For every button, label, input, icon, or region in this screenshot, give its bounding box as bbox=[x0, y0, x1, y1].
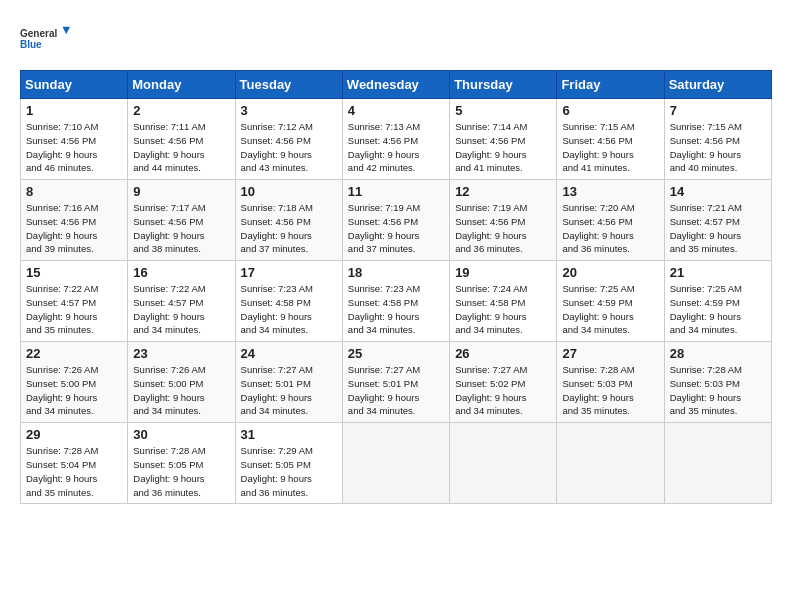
day-number: 13 bbox=[562, 184, 658, 199]
day-number: 26 bbox=[455, 346, 551, 361]
day-info: Sunrise: 7:18 AM Sunset: 4:56 PM Dayligh… bbox=[241, 201, 337, 256]
day-number: 1 bbox=[26, 103, 122, 118]
day-info: Sunrise: 7:23 AM Sunset: 4:58 PM Dayligh… bbox=[241, 282, 337, 337]
day-info: Sunrise: 7:26 AM Sunset: 5:00 PM Dayligh… bbox=[26, 363, 122, 418]
day-number: 4 bbox=[348, 103, 444, 118]
day-info: Sunrise: 7:17 AM Sunset: 4:56 PM Dayligh… bbox=[133, 201, 229, 256]
day-number: 5 bbox=[455, 103, 551, 118]
week-row-5: 29Sunrise: 7:28 AM Sunset: 5:04 PM Dayli… bbox=[21, 423, 772, 504]
day-number: 12 bbox=[455, 184, 551, 199]
calendar-cell: 24Sunrise: 7:27 AM Sunset: 5:01 PM Dayli… bbox=[235, 342, 342, 423]
col-friday: Friday bbox=[557, 71, 664, 99]
day-info: Sunrise: 7:10 AM Sunset: 4:56 PM Dayligh… bbox=[26, 120, 122, 175]
calendar-cell: 7Sunrise: 7:15 AM Sunset: 4:56 PM Daylig… bbox=[664, 99, 771, 180]
day-info: Sunrise: 7:15 AM Sunset: 4:56 PM Dayligh… bbox=[562, 120, 658, 175]
day-info: Sunrise: 7:25 AM Sunset: 4:59 PM Dayligh… bbox=[562, 282, 658, 337]
day-info: Sunrise: 7:13 AM Sunset: 4:56 PM Dayligh… bbox=[348, 120, 444, 175]
day-number: 28 bbox=[670, 346, 766, 361]
day-number: 3 bbox=[241, 103, 337, 118]
week-row-4: 22Sunrise: 7:26 AM Sunset: 5:00 PM Dayli… bbox=[21, 342, 772, 423]
day-number: 19 bbox=[455, 265, 551, 280]
day-number: 10 bbox=[241, 184, 337, 199]
day-number: 11 bbox=[348, 184, 444, 199]
day-number: 24 bbox=[241, 346, 337, 361]
calendar-cell: 30Sunrise: 7:28 AM Sunset: 5:05 PM Dayli… bbox=[128, 423, 235, 504]
calendar-cell bbox=[450, 423, 557, 504]
day-number: 8 bbox=[26, 184, 122, 199]
day-info: Sunrise: 7:27 AM Sunset: 5:01 PM Dayligh… bbox=[348, 363, 444, 418]
calendar-cell: 29Sunrise: 7:28 AM Sunset: 5:04 PM Dayli… bbox=[21, 423, 128, 504]
day-info: Sunrise: 7:28 AM Sunset: 5:03 PM Dayligh… bbox=[670, 363, 766, 418]
logo-svg: General Blue bbox=[20, 18, 70, 58]
day-info: Sunrise: 7:19 AM Sunset: 4:56 PM Dayligh… bbox=[455, 201, 551, 256]
svg-text:Blue: Blue bbox=[20, 39, 42, 50]
calendar-cell: 6Sunrise: 7:15 AM Sunset: 4:56 PM Daylig… bbox=[557, 99, 664, 180]
calendar-cell bbox=[664, 423, 771, 504]
calendar-cell: 23Sunrise: 7:26 AM Sunset: 5:00 PM Dayli… bbox=[128, 342, 235, 423]
day-number: 17 bbox=[241, 265, 337, 280]
day-info: Sunrise: 7:24 AM Sunset: 4:58 PM Dayligh… bbox=[455, 282, 551, 337]
day-number: 18 bbox=[348, 265, 444, 280]
calendar-cell: 4Sunrise: 7:13 AM Sunset: 4:56 PM Daylig… bbox=[342, 99, 449, 180]
calendar-cell: 16Sunrise: 7:22 AM Sunset: 4:57 PM Dayli… bbox=[128, 261, 235, 342]
calendar-cell: 9Sunrise: 7:17 AM Sunset: 4:56 PM Daylig… bbox=[128, 180, 235, 261]
week-row-3: 15Sunrise: 7:22 AM Sunset: 4:57 PM Dayli… bbox=[21, 261, 772, 342]
calendar-cell: 25Sunrise: 7:27 AM Sunset: 5:01 PM Dayli… bbox=[342, 342, 449, 423]
day-number: 7 bbox=[670, 103, 766, 118]
calendar-cell: 13Sunrise: 7:20 AM Sunset: 4:56 PM Dayli… bbox=[557, 180, 664, 261]
calendar-cell: 20Sunrise: 7:25 AM Sunset: 4:59 PM Dayli… bbox=[557, 261, 664, 342]
day-info: Sunrise: 7:27 AM Sunset: 5:02 PM Dayligh… bbox=[455, 363, 551, 418]
day-info: Sunrise: 7:28 AM Sunset: 5:05 PM Dayligh… bbox=[133, 444, 229, 499]
calendar-cell: 18Sunrise: 7:23 AM Sunset: 4:58 PM Dayli… bbox=[342, 261, 449, 342]
calendar-cell: 28Sunrise: 7:28 AM Sunset: 5:03 PM Dayli… bbox=[664, 342, 771, 423]
day-info: Sunrise: 7:20 AM Sunset: 4:56 PM Dayligh… bbox=[562, 201, 658, 256]
day-info: Sunrise: 7:27 AM Sunset: 5:01 PM Dayligh… bbox=[241, 363, 337, 418]
calendar-cell: 21Sunrise: 7:25 AM Sunset: 4:59 PM Dayli… bbox=[664, 261, 771, 342]
week-row-2: 8Sunrise: 7:16 AM Sunset: 4:56 PM Daylig… bbox=[21, 180, 772, 261]
day-number: 16 bbox=[133, 265, 229, 280]
page: General Blue Sunday Monday Tuesday Wedne… bbox=[0, 0, 792, 514]
logo: General Blue bbox=[20, 18, 70, 58]
col-sunday: Sunday bbox=[21, 71, 128, 99]
calendar-cell: 14Sunrise: 7:21 AM Sunset: 4:57 PM Dayli… bbox=[664, 180, 771, 261]
day-info: Sunrise: 7:21 AM Sunset: 4:57 PM Dayligh… bbox=[670, 201, 766, 256]
day-info: Sunrise: 7:16 AM Sunset: 4:56 PM Dayligh… bbox=[26, 201, 122, 256]
header: General Blue bbox=[20, 18, 772, 58]
header-row: Sunday Monday Tuesday Wednesday Thursday… bbox=[21, 71, 772, 99]
day-info: Sunrise: 7:14 AM Sunset: 4:56 PM Dayligh… bbox=[455, 120, 551, 175]
day-info: Sunrise: 7:22 AM Sunset: 4:57 PM Dayligh… bbox=[133, 282, 229, 337]
calendar-cell: 22Sunrise: 7:26 AM Sunset: 5:00 PM Dayli… bbox=[21, 342, 128, 423]
calendar-cell: 19Sunrise: 7:24 AM Sunset: 4:58 PM Dayli… bbox=[450, 261, 557, 342]
calendar-cell: 15Sunrise: 7:22 AM Sunset: 4:57 PM Dayli… bbox=[21, 261, 128, 342]
calendar-cell: 31Sunrise: 7:29 AM Sunset: 5:05 PM Dayli… bbox=[235, 423, 342, 504]
calendar-cell: 11Sunrise: 7:19 AM Sunset: 4:56 PM Dayli… bbox=[342, 180, 449, 261]
day-number: 20 bbox=[562, 265, 658, 280]
calendar-cell: 10Sunrise: 7:18 AM Sunset: 4:56 PM Dayli… bbox=[235, 180, 342, 261]
col-thursday: Thursday bbox=[450, 71, 557, 99]
day-number: 14 bbox=[670, 184, 766, 199]
calendar-cell: 3Sunrise: 7:12 AM Sunset: 4:56 PM Daylig… bbox=[235, 99, 342, 180]
day-number: 22 bbox=[26, 346, 122, 361]
day-info: Sunrise: 7:22 AM Sunset: 4:57 PM Dayligh… bbox=[26, 282, 122, 337]
svg-marker-2 bbox=[63, 27, 71, 35]
calendar-cell: 1Sunrise: 7:10 AM Sunset: 4:56 PM Daylig… bbox=[21, 99, 128, 180]
day-info: Sunrise: 7:23 AM Sunset: 4:58 PM Dayligh… bbox=[348, 282, 444, 337]
day-number: 2 bbox=[133, 103, 229, 118]
day-number: 30 bbox=[133, 427, 229, 442]
day-info: Sunrise: 7:29 AM Sunset: 5:05 PM Dayligh… bbox=[241, 444, 337, 499]
day-info: Sunrise: 7:12 AM Sunset: 4:56 PM Dayligh… bbox=[241, 120, 337, 175]
day-number: 23 bbox=[133, 346, 229, 361]
day-number: 29 bbox=[26, 427, 122, 442]
day-number: 15 bbox=[26, 265, 122, 280]
calendar-cell: 17Sunrise: 7:23 AM Sunset: 4:58 PM Dayli… bbox=[235, 261, 342, 342]
day-number: 9 bbox=[133, 184, 229, 199]
calendar-cell: 5Sunrise: 7:14 AM Sunset: 4:56 PM Daylig… bbox=[450, 99, 557, 180]
col-saturday: Saturday bbox=[664, 71, 771, 99]
col-wednesday: Wednesday bbox=[342, 71, 449, 99]
day-info: Sunrise: 7:25 AM Sunset: 4:59 PM Dayligh… bbox=[670, 282, 766, 337]
day-info: Sunrise: 7:15 AM Sunset: 4:56 PM Dayligh… bbox=[670, 120, 766, 175]
calendar-table: Sunday Monday Tuesday Wednesday Thursday… bbox=[20, 70, 772, 504]
day-info: Sunrise: 7:19 AM Sunset: 4:56 PM Dayligh… bbox=[348, 201, 444, 256]
day-info: Sunrise: 7:11 AM Sunset: 4:56 PM Dayligh… bbox=[133, 120, 229, 175]
day-number: 6 bbox=[562, 103, 658, 118]
